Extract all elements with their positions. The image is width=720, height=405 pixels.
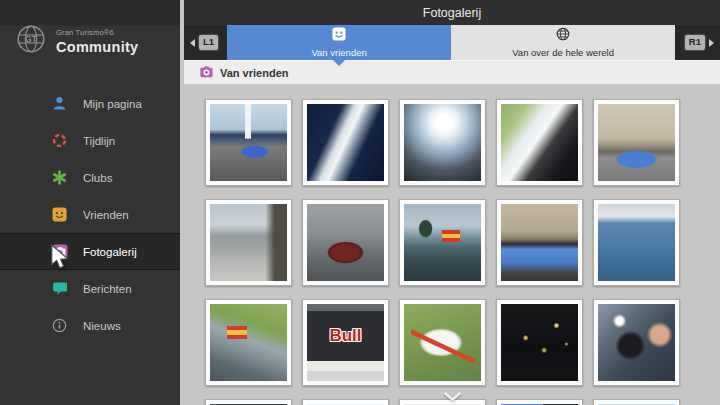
photo-image <box>210 204 287 281</box>
photo-thumbnail-bull-billboard[interactable]: Bull <box>302 299 389 386</box>
photo-image <box>210 304 287 381</box>
photo-thumbnail-sun-over-track[interactable] <box>399 99 486 186</box>
gt6-community-app: GT Gran Turismo®6 Community Mijn pagina … <box>0 0 720 405</box>
tab-label: Van vrienden <box>311 47 366 58</box>
sidebar-item-mijn-pagina[interactable]: Mijn pagina <box>0 85 180 122</box>
photo-thumbnail-spanish-flag-lakeside[interactable] <box>399 199 486 286</box>
gt-globe-logo-icon: GT <box>16 24 46 58</box>
photo-thumbnail-grandstand-blue-seats[interactable] <box>593 199 680 286</box>
person-icon <box>51 95 68 112</box>
photo-thumbnail-bridge-blue-car[interactable] <box>205 99 292 186</box>
photo-thumbnail-red-classic-car-wet-track[interactable] <box>302 199 389 286</box>
info-icon <box>51 317 68 334</box>
tab-van-over-de-hele-wereld[interactable]: Van over de hele wereld <box>451 25 675 60</box>
sidebar-item-clubs[interactable]: Clubs <box>0 159 180 196</box>
photo-image <box>307 104 384 181</box>
globe-icon <box>556 27 570 45</box>
camera-icon <box>200 64 213 82</box>
photo-image: Bull <box>307 304 384 381</box>
smiley-icon <box>332 27 346 45</box>
photo-thumbnail-white-car-rear-close[interactable] <box>496 99 583 186</box>
photo-image <box>210 104 287 181</box>
sidebar-item-vrienden[interactable]: Vrienden <box>0 196 180 233</box>
main-content: Fotogalerij L1 Van vrienden Van over de … <box>180 0 720 405</box>
section-header: Van vrienden <box>184 60 720 84</box>
sidebar-nav: Mijn pagina Tijdlijn Clubs Vrienden <box>0 85 180 344</box>
photo-thumbnail-overcast-plaza[interactable] <box>205 199 292 286</box>
smiley-icon <box>51 206 68 223</box>
photo-image <box>598 204 675 281</box>
photo-gallery: Bull <box>184 84 720 405</box>
scroll-more-indicator[interactable] <box>184 388 720 405</box>
photo-image <box>501 304 578 381</box>
asterisk-icon <box>51 169 68 186</box>
timeline-icon <box>51 132 68 149</box>
sidebar-item-nieuws[interactable]: Nieuws <box>0 307 180 344</box>
tab-label: Van over de hele wereld <box>512 47 614 58</box>
sidebar-item-berichten[interactable]: Berichten <box>0 270 180 307</box>
photo-thumbnail-spanish-flag-raceway[interactable] <box>205 299 292 386</box>
svg-text:GT: GT <box>25 34 38 44</box>
sidebar-item-label: Mijn pagina <box>83 98 142 110</box>
photo-sign-text: Bull <box>307 315 384 358</box>
photo-image <box>404 104 481 181</box>
photo-image <box>598 304 675 381</box>
sidebar-item-label: Nieuws <box>83 320 121 332</box>
sidebar-item-tijdlijn[interactable]: Tijdlijn <box>0 122 180 159</box>
next-tab-arrow-icon[interactable] <box>709 39 714 47</box>
page-header: Fotogalerij <box>184 0 720 25</box>
photo-thumbnail-night-lights[interactable] <box>496 299 583 386</box>
chevron-down-icon <box>444 388 461 405</box>
tab-van-vrienden[interactable]: Van vrienden <box>227 25 451 60</box>
photo-image <box>404 304 481 381</box>
photo-thumbnail-ambulance-on-grass[interactable] <box>399 299 486 386</box>
photo-image <box>501 104 578 181</box>
section-title: Van vrienden <box>220 67 288 79</box>
sidebar-item-label: Tijdlijn <box>83 135 115 147</box>
shoulder-button-l1[interactable]: L1 <box>199 35 218 49</box>
sidebar-item-label: Fotogalerij <box>83 246 137 258</box>
sidebar: GT Gran Turismo®6 Community Mijn pagina … <box>0 0 180 405</box>
photo-image <box>307 204 384 281</box>
shoulder-button-r1[interactable]: R1 <box>685 35 705 49</box>
sidebar-item-label: Vrienden <box>83 209 129 221</box>
sidebar-item-label: Berichten <box>83 283 132 295</box>
app-logo: GT Gran Turismo®6 Community <box>0 0 180 58</box>
active-tab-caret-icon <box>332 59 346 66</box>
speech-bubble-icon <box>51 280 68 297</box>
sidebar-item-label: Clubs <box>83 172 112 184</box>
tab-bar: L1 Van vrienden Van over de hele wereld … <box>184 25 720 60</box>
brand-name-large: Community <box>56 39 138 55</box>
page-title: Fotogalerij <box>423 6 481 20</box>
photo-thumbnail-white-architecture-night[interactable] <box>302 99 389 186</box>
photo-image <box>598 104 675 181</box>
photo-image <box>501 204 578 281</box>
photo-thumbnail-blue-m4-classic-building[interactable] <box>593 99 680 186</box>
camera-icon <box>51 243 68 260</box>
sidebar-item-fotogalerij[interactable]: Fotogalerij <box>0 233 180 270</box>
photo-thumbnail-blue-m4-front[interactable] <box>496 199 583 286</box>
photo-image <box>404 204 481 281</box>
photo-thumbnail-photographer-flash[interactable] <box>593 299 680 386</box>
prev-tab-arrow-icon[interactable] <box>190 39 195 47</box>
brand-name-small: Gran Turismo®6 <box>56 28 138 37</box>
